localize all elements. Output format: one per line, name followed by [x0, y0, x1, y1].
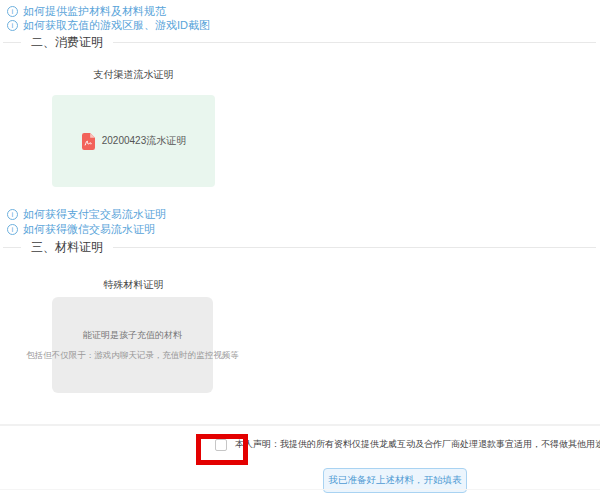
refund-form-page: 如何提供监护材料及材料规范 如何获取充值的游戏区服、游戏ID截图 二、消费证明 …: [0, 0, 600, 497]
help-link-label: 如何获得微信交易流水证明: [23, 222, 155, 237]
uploaded-file-name: 20200423流水证明: [102, 134, 187, 148]
help-link-game-id-screenshot[interactable]: 如何获取充值的游戏区服、游戏ID截图: [7, 18, 210, 33]
help-link-guardian-materials[interactable]: 如何提供监护材料及材料规范: [7, 4, 166, 19]
help-link-label: 如何获得支付宝交易流水证明: [23, 207, 166, 222]
panel-divider-bottom: [0, 489, 600, 490]
payment-flow-proof-label: 支付渠道流水证明: [52, 68, 215, 82]
help-link-label: 如何获取充值的游戏区服、游戏ID截图: [23, 18, 210, 33]
declaration-row: 本人声明：我提供的所有资料仅提供龙威互动及合作厂商处理退款事宜适用，不得做其他用…: [215, 438, 600, 451]
section-divider-consumption: 二、消费证明: [3, 34, 596, 51]
uploaded-pdf-file[interactable]: 20200423流水证明: [81, 133, 187, 150]
divider-line: [113, 247, 596, 248]
divider-line: [113, 42, 596, 43]
material-placeholder-line2: 包括但不仅限于：游戏内聊天记录，充值时的监控视频等: [26, 350, 239, 362]
info-icon: [7, 224, 18, 235]
special-material-proof-label: 特殊材料证明: [52, 278, 215, 292]
divider-line: [3, 42, 21, 43]
section-title-consumption: 二、消费证明: [31, 34, 103, 51]
divider-line: [3, 247, 21, 248]
special-material-upload-area[interactable]: 能证明是孩子充值的材料 包括但不仅限于：游戏内聊天记录，充值时的监控视频等: [52, 297, 213, 393]
help-link-label: 如何提供监护材料及材料规范: [23, 4, 166, 19]
info-icon: [7, 20, 18, 31]
panel-divider-top: [0, 424, 600, 426]
help-link-wechat-flow[interactable]: 如何获得微信交易流水证明: [7, 222, 155, 237]
material-placeholder-line1: 能证明是孩子充值的材料: [83, 329, 182, 342]
section-title-material: 三、材料证明: [31, 239, 103, 256]
declaration-text: 本人声明：我提供的所有资料仅提供龙威互动及合作厂商处理退款事宜适用，不得做其他用…: [235, 438, 600, 451]
pdf-file-icon: [81, 133, 95, 150]
help-link-alipay-flow[interactable]: 如何获得支付宝交易流水证明: [7, 207, 166, 222]
payment-proof-upload-area: 20200423流水证明: [52, 95, 215, 187]
info-icon: [7, 6, 18, 17]
info-icon: [7, 209, 18, 220]
declaration-checkbox[interactable]: [215, 439, 227, 451]
section-divider-material: 三、材料证明: [3, 239, 596, 256]
